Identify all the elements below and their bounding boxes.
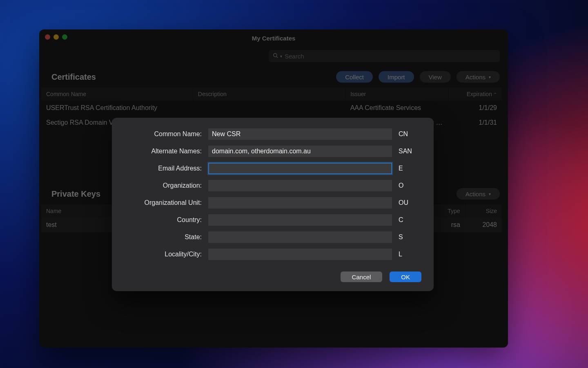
col-common-name[interactable]: Common Name [41,88,193,101]
col-issuer[interactable]: Issuer [345,88,449,101]
field-label: Email Address: [120,165,202,172]
form-row: Email Address:E [120,163,421,174]
keys-actions-label: Actions [466,191,486,197]
view-button[interactable]: View [420,71,451,83]
table-row[interactable]: USERTrust RSA Certification Authority AA… [41,101,502,115]
field-suffix: CN [399,130,420,138]
col-expiration[interactable]: Expiration [449,88,502,101]
field-suffix: C [399,216,420,224]
cert-actions-button[interactable]: Actions ▾ [457,71,500,83]
search-icon [273,53,278,60]
field-suffix: S [399,233,420,241]
field-input[interactable] [208,180,392,191]
minimize-icon[interactable] [53,34,59,40]
field-label: Organization: [120,182,202,189]
cell-size: 2048 [465,218,502,232]
chevron-down-icon: ▾ [489,75,491,79]
form-row: Common Name:CN [120,128,421,140]
cell-exp: 1/1/29 [449,101,502,115]
field-suffix: OU [399,199,420,206]
cert-actions-label: Actions [466,74,486,81]
field-suffix: L [399,251,420,258]
zoom-icon[interactable] [62,34,67,40]
svg-line-1 [276,56,278,58]
csr-sheet: Common Name:CNAlternate Names:SANEmail A… [112,118,434,291]
field-label: Organizational Unit: [120,199,202,206]
field-input[interactable] [208,214,392,226]
field-input[interactable] [208,249,392,260]
toolbar: ▾ [39,47,508,69]
field-input[interactable] [208,231,392,243]
form-row: Organization:O [120,180,421,191]
collect-button[interactable]: Collect [336,71,373,83]
table-header-row: Common Name Description Issuer Expiratio… [41,88,502,101]
field-input[interactable] [208,146,392,157]
chevron-down-icon: ▾ [280,54,282,58]
chevron-down-icon: ▾ [489,192,491,196]
certificates-title: Certificates [51,72,330,82]
cell-desc [193,101,345,115]
titlebar: My Certificates [39,29,508,47]
form-row: Locality/City:L [120,249,421,260]
svg-point-0 [274,53,277,56]
field-input[interactable] [208,197,392,209]
certificates-header: Certificates Collect Import View Actions… [39,69,508,88]
traffic-lights [45,34,67,40]
import-button[interactable]: Import [379,71,414,83]
field-label: State: [120,233,202,241]
form-row: Country:C [120,214,421,226]
sheet-buttons: Cancel OK [120,272,421,282]
cell-issuer: AAA Certificate Services [345,101,449,115]
col-description[interactable]: Description [193,88,345,101]
col-size[interactable]: Size [465,204,502,218]
window-title: My Certificates [252,35,296,42]
search-field[interactable]: ▾ [269,50,500,62]
field-input[interactable] [208,128,392,140]
search-input[interactable] [285,53,496,60]
keys-actions-button[interactable]: Actions ▾ [457,188,500,200]
field-label: Alternate Names: [120,148,202,155]
cell-cn: USERTrust RSA Certification Authority [41,101,193,115]
ok-button[interactable]: OK [390,272,421,282]
close-icon[interactable] [45,34,50,40]
cell-exp: 1/1/31 [449,115,502,130]
field-input[interactable] [208,163,392,174]
field-suffix: SAN [399,148,420,155]
field-label: Locality/City: [120,251,202,258]
field-suffix: E [399,165,420,172]
field-suffix: O [399,182,420,189]
field-label: Common Name: [120,130,202,138]
form-row: Organizational Unit:OU [120,197,421,209]
form-row: State:S [120,231,421,243]
field-label: Country: [120,216,202,224]
form-row: Alternate Names:SAN [120,146,421,157]
cancel-button[interactable]: Cancel [341,272,383,282]
